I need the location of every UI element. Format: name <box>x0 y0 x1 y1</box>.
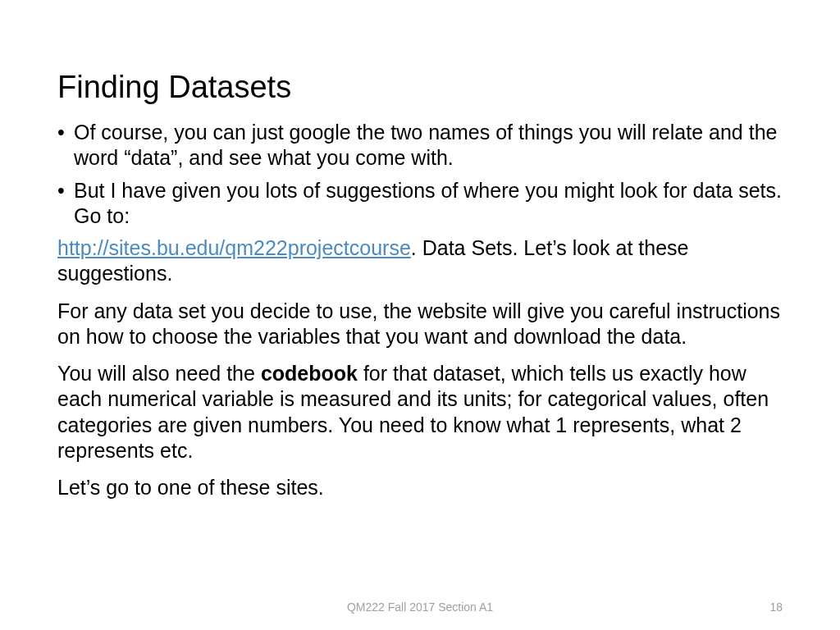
footer-course-label: QM222 Fall 2017 Section A1 <box>347 600 493 614</box>
body-paragraph: For any data set you decide to use, the … <box>57 299 783 350</box>
slide-title: Finding Datasets <box>57 70 783 105</box>
bullet-list: Of course, you can just google the two n… <box>57 120 783 229</box>
bullet-item: But I have given you lots of suggestions… <box>57 178 783 230</box>
course-link[interactable]: http://sites.bu.edu/qm222projectcourse <box>57 236 411 259</box>
body-paragraph: You will also need the codebook for that… <box>57 361 783 463</box>
bullet-item: Of course, you can just google the two n… <box>57 120 783 171</box>
slide-number: 18 <box>769 600 783 614</box>
link-paragraph: http://sites.bu.edu/qm222projectcourse. … <box>57 235 783 287</box>
codebook-bold: codebook <box>261 362 358 385</box>
body-paragraph: Let’s go to one of these sites. <box>57 475 783 500</box>
para3-pre: You will also need the <box>57 362 261 385</box>
